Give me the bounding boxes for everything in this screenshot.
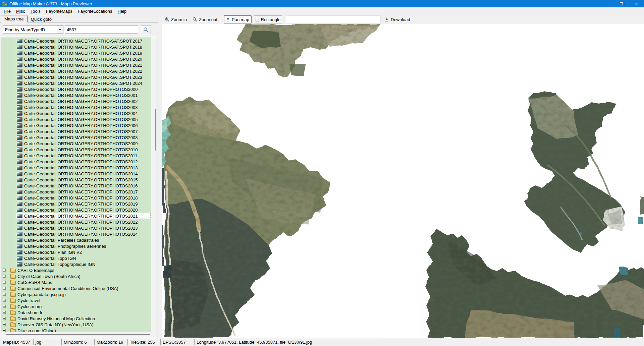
- tree-item[interactable]: Carte-Geoportail ORTHOIMAGERY.ORTHOPHOTO…: [1, 86, 151, 92]
- tree-item[interactable]: Carte-Geoportail ORTHOIMAGERY.ORTHOPHOTO…: [1, 207, 151, 213]
- tree-item[interactable]: Carte-Geoportail ORTHOIMAGERY.ORTHOPHOTO…: [1, 104, 151, 110]
- expand-plus-icon[interactable]: [3, 299, 6, 302]
- tree-item[interactable]: Carte-Geoportail ORTHOIMAGERY.ORTHO-SAT.…: [1, 68, 151, 74]
- tree-item[interactable]: CoCoRaHS Maps: [1, 279, 151, 285]
- tree-item[interactable]: Carte-Geoportail ORTHOIMAGERY.ORTHOPHOTO…: [1, 116, 151, 122]
- scrollbar-thumb[interactable]: [6, 334, 150, 335]
- tree-item[interactable]: Carte-Geoportail ORTHOIMAGERY.ORTHOPHOTO…: [1, 183, 151, 189]
- tree-item[interactable]: Connecticut Environmental Conditions Onl…: [1, 285, 151, 291]
- tree-item[interactable]: Carte-Geoportail ORTHOIMAGERY.ORTHOPHOTO…: [1, 134, 151, 140]
- satellite-imagery: [162, 24, 644, 338]
- tree-item[interactable]: Carte-Geoportail ORTHOIMAGERY.ORTHO-SAT.…: [1, 80, 151, 86]
- expand-plus-icon[interactable]: [3, 311, 6, 314]
- tree-item[interactable]: Discover GIS Data NY (NewYork, USA): [1, 322, 151, 328]
- tree-item[interactable]: Carte-Geoportail ORTHOIMAGERY.ORTHOPHOTO…: [1, 195, 151, 201]
- tree-item[interactable]: Carte-Geoportail ORTHOIMAGERY.ORTHOPHOTO…: [1, 140, 151, 147]
- tree-item[interactable]: Carte-Geoportail ORTHOIMAGERY.ORTHOPHOTO…: [1, 225, 151, 231]
- menu-item[interactable]: Misc: [13, 8, 28, 14]
- zoom-out-button[interactable]: Zoom out: [191, 15, 219, 23]
- menu-item[interactable]: FavoriteMaps: [43, 8, 75, 14]
- expand-plus-icon[interactable]: [3, 305, 6, 308]
- tree-item[interactable]: City of Cape Town (South Africa): [1, 273, 151, 279]
- menu-item[interactable]: FavoriteLocations: [75, 8, 115, 14]
- tree-item[interactable]: Carte-Geoportail ORTHOIMAGERY.ORTHO-SAT.…: [1, 44, 151, 50]
- scrollbar-thumb[interactable]: [155, 109, 156, 151]
- rectangle-label: Rectangle: [261, 17, 280, 22]
- tree-item[interactable]: Carte-Geoportail ORTHOIMAGERY.ORTHOPHOTO…: [1, 128, 151, 134]
- tree-item[interactable]: Carte-Geoportail ORTHOIMAGERY.ORTHOPHOTO…: [1, 219, 151, 225]
- tree-item[interactable]: Carte-Geoportail ORTHOIMAGERY.ORTHO-SAT.…: [1, 62, 151, 68]
- pan-map-button[interactable]: Pan map: [224, 15, 252, 23]
- menu-item[interactable]: Help: [115, 8, 129, 14]
- tree-horizontal-scrollbar[interactable]: [1, 332, 151, 337]
- expand-plus-icon[interactable]: [3, 317, 6, 320]
- search-mode-select[interactable]: Find by MapsTypeID: [3, 25, 63, 34]
- tree-item[interactable]: Carte-Geoportail ORTHOIMAGERY.ORTHO-SAT.…: [1, 38, 151, 44]
- combo-dropdown-button[interactable]: [57, 25, 63, 34]
- expand-plus-icon[interactable]: [3, 275, 6, 278]
- tree-item[interactable]: Carte-Geoportail Parcelles cadastrales: [1, 237, 151, 243]
- menu-item[interactable]: File: [1, 8, 13, 14]
- expand-plus-icon[interactable]: [3, 269, 6, 272]
- tree-item[interactable]: Carte-Geoportail ORTHOIMAGERY.ORTHO-SAT.…: [1, 74, 151, 80]
- title-bar: Offline Map Maker 8.373 - Maps Previewer…: [0, 0, 644, 7]
- tree-item[interactable]: Carte-Geoportail ORTHOIMAGERY.ORTHOPHOTO…: [1, 147, 151, 153]
- tree-item[interactable]: Cyberjapandata.gsi.go.jp: [1, 291, 151, 297]
- toolbar-text-input[interactable]: [286, 15, 381, 23]
- imagery-patch-north: [236, 24, 381, 78]
- map-layer-icon: [17, 39, 22, 43]
- map-layer-icon: [17, 202, 22, 206]
- tree-item[interactable]: Carte-Geoportail ORTHOIMAGERY.ORTHO-SAT.…: [1, 50, 151, 56]
- tree-item[interactable]: Carte-Geoportail ORTHOIMAGERY.ORTHOPHOTO…: [1, 231, 151, 237]
- tree-item[interactable]: Carte-Geoportail Topo IGN: [1, 255, 151, 261]
- minimize-button[interactable]: [599, 0, 614, 7]
- search-input[interactable]: 4537: [65, 25, 138, 34]
- search-button[interactable]: [141, 25, 151, 34]
- expand-plus-icon[interactable]: [3, 287, 6, 290]
- maps-tree: Carte-Geoportail ORTHOIMAGERY.ORTHO-SAT.…: [1, 37, 151, 332]
- tree-connector: [6, 325, 10, 325]
- sidebar-splitter[interactable]: [158, 15, 162, 338]
- expand-plus-icon[interactable]: [3, 281, 6, 284]
- close-button[interactable]: ×: [629, 0, 644, 7]
- download-button[interactable]: Download: [383, 15, 412, 23]
- tree-item[interactable]: Carte-Geoportail Topographique IGN: [1, 261, 151, 267]
- tab-maps-tree[interactable]: Maps tree: [1, 15, 28, 22]
- tree-item[interactable]: Carte-Geoportail ORTHOIMAGERY.ORTHOPHOTO…: [1, 171, 151, 177]
- maximize-restore-button[interactable]: [614, 0, 629, 7]
- rectangle-select-button[interactable]: Rectangle: [254, 15, 282, 23]
- tree-item[interactable]: David Rumsey Historical Map Collection: [1, 315, 151, 322]
- expand-plus-icon[interactable]: [3, 293, 6, 296]
- zoom-in-button[interactable]: Zoom in: [163, 15, 188, 23]
- tree-item-label: Carte-Geoportail ORTHOIMAGERY.ORTHO-SAT.…: [24, 45, 142, 50]
- tree-item[interactable]: Carte-Geoportail ORTHOIMAGERY.ORTHO-SAT.…: [1, 56, 151, 62]
- tree-item[interactable]: Cycle.travel: [1, 297, 151, 303]
- menu-item[interactable]: Tools: [28, 8, 43, 14]
- tree-item[interactable]: Carte-Geoportail Photographies aeriennes: [1, 243, 151, 249]
- map-layer-icon: [17, 129, 22, 134]
- expand-plus-icon[interactable]: [3, 323, 6, 326]
- tree-item[interactable]: Carte-Geoportail ORTHOIMAGERY.ORTHOPHOTO…: [1, 213, 151, 219]
- tree-item[interactable]: Carte-Geoportail ORTHOIMAGERY.ORTHOPHOTO…: [1, 98, 151, 104]
- tree-item[interactable]: Carte-Geoportail ORTHOIMAGERY.ORTHOPHOTO…: [1, 153, 151, 159]
- tree-item[interactable]: Carte-Geoportail ORTHOIMAGERY.ORTHOPHOTO…: [1, 159, 151, 165]
- map-canvas[interactable]: [162, 24, 644, 338]
- expand-plus-icon[interactable]: [3, 329, 6, 332]
- tree-item[interactable]: Carte-Geoportail ORTHOIMAGERY.ORTHOPHOTO…: [1, 92, 151, 98]
- tree-item[interactable]: Data.shom.fr: [1, 309, 151, 315]
- tree-item[interactable]: Ditu.so.com (China): [1, 328, 151, 332]
- tree-item-label: Carte-Geoportail ORTHOIMAGERY.ORTHO-SAT.…: [24, 69, 142, 74]
- tree-item[interactable]: Carte-Geoportail ORTHOIMAGERY.ORTHOPHOTO…: [1, 201, 151, 207]
- tree-item-label: Carte-Geoportail Photographies aeriennes: [24, 244, 106, 249]
- tree-item[interactable]: Carte-Geoportail ORTHOIMAGERY.ORTHOPHOTO…: [1, 177, 151, 183]
- tree-item[interactable]: Carte-Geoportail ORTHOIMAGERY.ORTHOPHOTO…: [1, 165, 151, 171]
- tree-item[interactable]: Carte-Geoportail ORTHOIMAGERY.ORTHOPHOTO…: [1, 189, 151, 195]
- tree-vertical-scrollbar[interactable]: [151, 37, 157, 332]
- tab-quick-goto[interactable]: Quick goto: [28, 16, 55, 22]
- tree-item[interactable]: Carte-Geoportail Plan IGN V2: [1, 249, 151, 255]
- tree-item[interactable]: Carte-Geoportail ORTHOIMAGERY.ORTHOPHOTO…: [1, 110, 151, 116]
- tree-item[interactable]: CARTO Basemaps: [1, 267, 151, 273]
- tree-item[interactable]: Carte-Geoportail ORTHOIMAGERY.ORTHOPHOTO…: [1, 122, 151, 128]
- tree-connector: [6, 270, 10, 271]
- tree-item[interactable]: Cyclosm.org: [1, 303, 151, 309]
